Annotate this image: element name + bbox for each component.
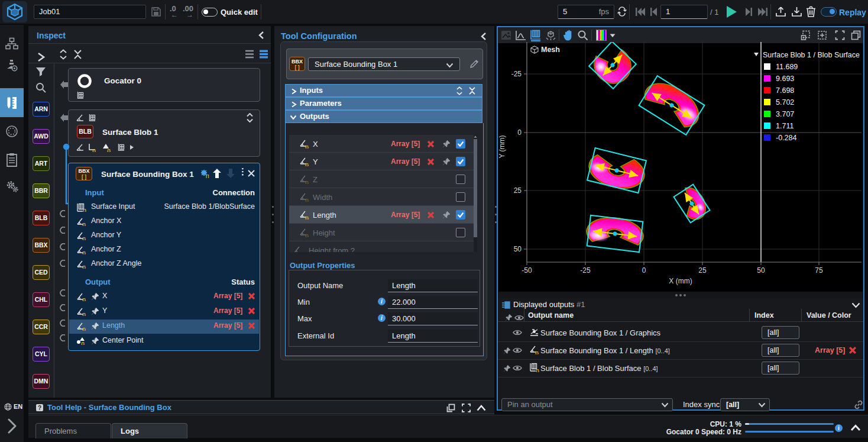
svg-text:-25: -25 [580,266,591,275]
svg-text:{}: {} [82,236,86,240]
svg-text:9.693: 9.693 [776,75,794,83]
svg-text:-50: -50 [522,266,532,275]
svg-text:-0.284: -0.284 [776,134,796,142]
svg-text:50: 50 [514,245,522,253]
svg-text:{}: {} [81,341,85,345]
svg-text:Surface Blob 1 / Blob Surface: Surface Blob 1 / Blob Surface [763,51,860,59]
svg-text:7.698: 7.698 [776,86,794,95]
svg-text:{}: {} [82,250,86,254]
svg-text:{}: {} [305,162,309,166]
svg-text:{}: {} [82,222,86,226]
svg-text:5.702: 5.702 [776,98,794,107]
svg-text:{}: {} [305,144,309,149]
svg-text:{}: {} [82,297,86,301]
svg-text:11.689: 11.689 [776,63,798,71]
svg-text:?: ? [38,405,41,411]
svg-text:1.711: 1.711 [776,122,793,130]
svg-text:25: 25 [514,186,522,195]
svg-text:{}: {} [82,312,86,316]
svg-text:{}: {} [107,148,111,152]
svg-text:{}: {} [305,180,309,184]
svg-text:75: 75 [815,266,823,275]
svg-text:25: 25 [698,266,707,275]
svg-text:{}: {} [299,251,303,252]
svg-text:{}: {} [83,208,86,212]
svg-text:{}: {} [305,198,309,202]
svg-text:{}: {} [92,148,96,152]
svg-text:{}: {} [82,264,86,269]
svg-text:{}: {} [535,350,539,354]
svg-text:X (mm): X (mm) [669,277,692,285]
svg-text:Mesh: Mesh [541,46,560,54]
svg-text:0: 0 [642,266,646,275]
svg-text:{}: {} [305,233,309,237]
svg-text:{}: {} [305,215,309,220]
svg-text:3.707: 3.707 [776,110,794,118]
svg-text:0: 0 [517,128,522,137]
svg-text:{}: {} [536,368,539,372]
svg-text:Y (mm): Y (mm) [498,135,506,158]
svg-text:-25: -25 [511,70,522,78]
svg-text:50: 50 [757,266,765,275]
svg-text:{}: {} [82,327,86,331]
svg-text:[]: [] [206,173,209,178]
